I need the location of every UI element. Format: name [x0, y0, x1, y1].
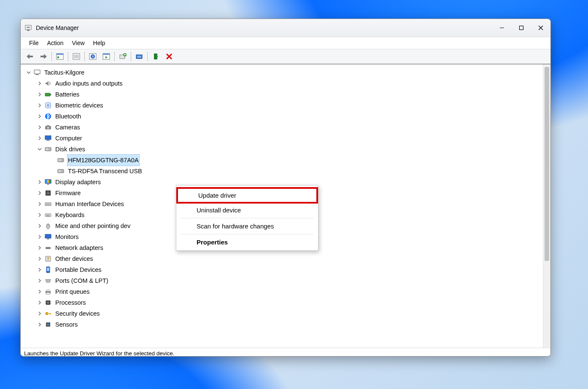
expand-icon[interactable]	[37, 278, 43, 284]
uninstall-device-button[interactable]	[133, 51, 145, 62]
expand-icon[interactable]	[37, 223, 43, 229]
tree-root[interactable]: Tacitus-Kilgore	[24, 67, 543, 78]
expand-icon[interactable]	[37, 80, 43, 86]
key-icon	[44, 310, 52, 317]
svg-rect-31	[35, 74, 39, 75]
svg-point-96	[47, 324, 49, 325]
toolbar-separator	[147, 52, 148, 61]
keyboard-icon	[44, 211, 52, 219]
context-scan-hardware[interactable]: Scan for hardware changes	[176, 220, 318, 233]
collapse-icon[interactable]	[37, 146, 43, 152]
tree-item-ports[interactable]: Ports (COM & LPT)	[24, 275, 543, 286]
expand-icon[interactable]	[37, 179, 43, 185]
menu-action[interactable]: Action	[43, 38, 68, 48]
tree-item-audio[interactable]: Audio inputs and outputs	[24, 78, 543, 89]
tree-label: Computer	[54, 133, 83, 144]
expand-icon[interactable]	[37, 102, 43, 108]
sensor-icon	[44, 321, 52, 328]
svg-rect-8	[40, 56, 44, 57]
expand-icon[interactable]	[37, 135, 43, 141]
titlebar[interactable]: Device Manager	[21, 19, 550, 37]
menubar: File Action View Help	[21, 37, 550, 49]
tree-item-disk-drives[interactable]: Disk drives	[24, 144, 543, 155]
svg-rect-76	[48, 248, 49, 249]
tree-label: Bluetooth	[54, 111, 82, 122]
tree-item-processors[interactable]: Processors	[24, 297, 543, 308]
enable-device-button[interactable]	[150, 51, 162, 62]
expand-icon[interactable]	[37, 113, 43, 119]
expand-icon[interactable]	[37, 201, 43, 207]
computer-icon	[33, 69, 41, 76]
window-title: Device Manager	[36, 24, 79, 31]
close-button[interactable]	[531, 19, 550, 37]
svg-rect-67	[47, 215, 48, 215]
maximize-button[interactable]	[512, 19, 531, 37]
tree-item-security[interactable]: Security devices	[24, 308, 543, 319]
tree-item-biometric[interactable]: Biometric devices	[24, 100, 543, 111]
tree-item-batteries[interactable]: Batteries	[24, 89, 543, 100]
svg-point-82	[49, 280, 49, 281]
mouse-icon	[44, 222, 52, 230]
menu-view[interactable]: View	[67, 38, 89, 48]
tree-item-disk2[interactable]: TS-RDF5A Transcend USB	[24, 166, 543, 177]
svg-rect-72	[45, 234, 51, 238]
svg-text:?: ?	[47, 257, 49, 261]
printer-icon	[44, 288, 52, 295]
update-driver-button[interactable]	[117, 51, 129, 62]
context-separator	[181, 218, 314, 218]
svg-rect-56	[49, 180, 51, 183]
cpu-icon	[44, 299, 52, 306]
tree-label: Tacitus-Kilgore	[43, 67, 85, 78]
disk-icon	[57, 167, 65, 175]
tree-label: Firmware	[54, 188, 81, 199]
context-uninstall-device[interactable]: Uninstall device	[176, 204, 318, 217]
expand-icon[interactable]	[37, 190, 43, 196]
expand-icon[interactable]	[37, 267, 43, 273]
expand-icon[interactable]	[37, 311, 43, 317]
help-button[interactable]: ?	[87, 51, 99, 62]
menu-file[interactable]: File	[25, 38, 43, 48]
context-menu: Update driver Uninstall device Scan for …	[176, 185, 318, 251]
tree-label: Other devices	[54, 253, 94, 264]
network-icon	[44, 244, 52, 252]
context-properties[interactable]: Properties	[176, 236, 318, 249]
tree-item-portable[interactable]: Portable Devices	[24, 264, 543, 275]
expand-icon[interactable]	[37, 256, 43, 262]
minimize-button[interactable]	[492, 19, 512, 37]
disk-icon	[57, 156, 65, 164]
show-hide-tree-button[interactable]	[54, 51, 66, 62]
tree-label: Ports (COM & LPT)	[54, 275, 109, 286]
menu-help[interactable]: Help	[89, 38, 110, 48]
tree-item-cameras[interactable]: Cameras	[24, 122, 543, 133]
svg-rect-84	[46, 289, 50, 291]
expand-icon[interactable]	[37, 124, 43, 130]
expand-icon[interactable]	[37, 300, 43, 306]
expand-icon[interactable]	[37, 322, 43, 327]
expand-icon[interactable]	[37, 212, 43, 218]
expand-icon[interactable]	[37, 234, 43, 240]
tree-item-sensors[interactable]: Sensors	[24, 319, 543, 330]
tree-item-other[interactable]: ? Other devices	[24, 253, 543, 264]
forward-button[interactable]	[38, 51, 49, 62]
display-icon	[44, 178, 52, 186]
context-update-driver[interactable]: Update driver	[176, 187, 318, 204]
back-button[interactable]	[24, 51, 36, 62]
tree-item-printq[interactable]: Print queues	[24, 286, 543, 297]
tree-item-bluetooth[interactable]: Bluetooth	[24, 111, 543, 122]
expand-icon[interactable]	[37, 245, 43, 251]
expand-icon[interactable]	[37, 91, 43, 97]
tree-item-disk1[interactable]: HFM128GDGTNG-87A0A	[24, 155, 543, 166]
disable-device-button[interactable]	[163, 51, 175, 62]
expand-icon[interactable]	[37, 289, 43, 295]
port-icon	[44, 277, 52, 284]
collapse-icon[interactable]	[26, 70, 32, 75]
svg-rect-33	[50, 94, 51, 95]
tree-item-computer[interactable]: Computer	[24, 133, 543, 144]
vertical-scrollbar[interactable]	[543, 64, 550, 348]
svg-rect-54	[46, 180, 47, 183]
scan-hardware-button[interactable]	[100, 51, 112, 62]
scroll-thumb[interactable]	[545, 67, 549, 261]
properties-button[interactable]	[70, 51, 82, 62]
svg-point-39	[47, 127, 49, 129]
device-manager-window: Device Manager File Action View Help	[20, 19, 551, 357]
